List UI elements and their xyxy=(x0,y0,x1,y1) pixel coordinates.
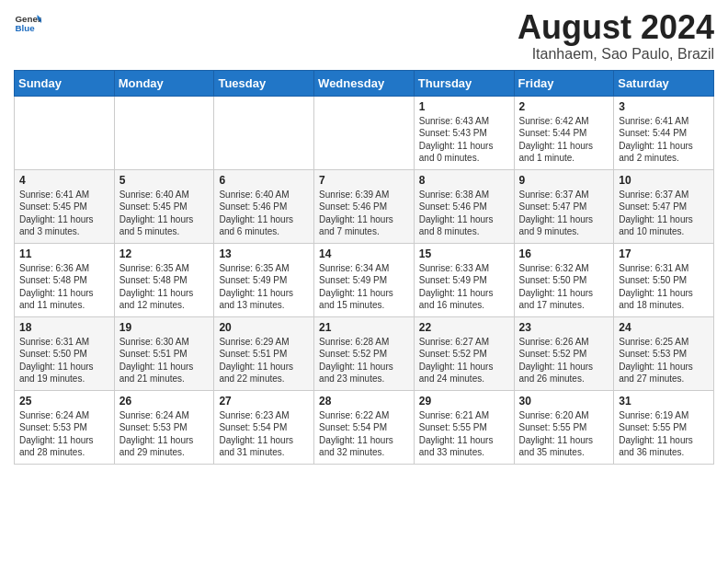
day-number: 1 xyxy=(419,100,509,113)
calendar-cell: 22Sunrise: 6:27 AMSunset: 5:52 PMDayligh… xyxy=(414,316,514,390)
day-info: Sunset: 5:47 PM xyxy=(619,201,709,213)
day-info: Daylight: 11 hours and 10 minutes. xyxy=(619,213,709,238)
calendar-cell: 8Sunrise: 6:38 AMSunset: 5:46 PMDaylight… xyxy=(414,169,514,243)
day-number: 31 xyxy=(619,395,709,408)
calendar-table: SundayMondayTuesdayWednesdayThursdayFrid… xyxy=(14,70,714,465)
day-number: 12 xyxy=(119,247,210,260)
day-info: Sunset: 5:46 PM xyxy=(319,201,409,213)
calendar-cell: 6Sunrise: 6:40 AMSunset: 5:46 PMDaylight… xyxy=(214,169,314,243)
day-info: Daylight: 11 hours and 26 minutes. xyxy=(519,361,609,385)
day-info: Daylight: 11 hours and 3 minutes. xyxy=(19,213,109,238)
day-number: 14 xyxy=(319,247,409,260)
title-block: August 2024 Itanhaem, Sao Paulo, Brazil xyxy=(518,9,714,63)
day-info: Sunrise: 6:34 AM xyxy=(319,262,409,275)
day-info: Sunrise: 6:41 AM xyxy=(619,115,709,128)
day-info: Sunrise: 6:39 AM xyxy=(319,189,409,201)
calendar-week-row: 25Sunrise: 6:24 AMSunset: 5:53 PMDayligh… xyxy=(15,390,714,464)
calendar-cell: 9Sunrise: 6:37 AMSunset: 5:47 PMDaylight… xyxy=(514,169,614,243)
day-info: Sunset: 5:52 PM xyxy=(419,348,509,361)
day-header-monday: Monday xyxy=(114,70,214,96)
day-info: Sunset: 5:49 PM xyxy=(219,274,309,287)
day-info: Sunset: 5:48 PM xyxy=(119,274,210,287)
day-info: Daylight: 11 hours and 15 minutes. xyxy=(319,287,409,312)
day-info: Sunset: 5:48 PM xyxy=(19,274,109,287)
day-info: Sunrise: 6:30 AM xyxy=(119,336,210,349)
day-info: Daylight: 11 hours and 31 minutes. xyxy=(219,434,309,459)
calendar-cell: 19Sunrise: 6:30 AMSunset: 5:51 PMDayligh… xyxy=(114,316,214,390)
day-info: Daylight: 11 hours and 36 minutes. xyxy=(619,434,709,459)
day-info: Sunrise: 6:22 AM xyxy=(319,409,409,422)
day-number: 27 xyxy=(219,395,309,408)
day-info: Sunrise: 6:33 AM xyxy=(419,262,509,275)
day-number: 13 xyxy=(219,247,309,260)
day-info: Sunrise: 6:38 AM xyxy=(419,189,509,201)
day-number: 26 xyxy=(119,395,210,408)
calendar-cell: 2Sunrise: 6:42 AMSunset: 5:44 PMDaylight… xyxy=(514,96,614,169)
day-info: Sunrise: 6:42 AM xyxy=(519,115,609,128)
day-number: 9 xyxy=(519,174,609,187)
calendar-cell: 10Sunrise: 6:37 AMSunset: 5:47 PMDayligh… xyxy=(614,169,714,243)
day-number: 22 xyxy=(419,321,509,334)
day-info: Daylight: 11 hours and 12 minutes. xyxy=(119,287,210,312)
calendar-cell: 31Sunrise: 6:19 AMSunset: 5:55 PMDayligh… xyxy=(614,390,714,464)
day-header-friday: Friday xyxy=(514,70,614,96)
day-number: 8 xyxy=(419,174,509,187)
day-number: 2 xyxy=(519,100,609,113)
day-info: Sunset: 5:47 PM xyxy=(519,201,609,213)
day-info: Sunrise: 6:43 AM xyxy=(419,115,509,128)
day-info: Daylight: 11 hours and 6 minutes. xyxy=(219,213,309,238)
day-info: Sunrise: 6:24 AM xyxy=(119,409,210,422)
day-info: Sunset: 5:54 PM xyxy=(319,421,409,434)
logo-icon: General Blue xyxy=(14,9,41,37)
calendar-cell: 15Sunrise: 6:33 AMSunset: 5:49 PMDayligh… xyxy=(414,243,514,316)
day-info: Daylight: 11 hours and 29 minutes. xyxy=(119,434,210,459)
day-info: Sunset: 5:44 PM xyxy=(519,127,609,140)
day-info: Daylight: 11 hours and 28 minutes. xyxy=(19,434,109,459)
calendar-cell: 3Sunrise: 6:41 AMSunset: 5:44 PMDaylight… xyxy=(614,96,714,169)
day-header-sunday: Sunday xyxy=(15,70,115,96)
day-number: 30 xyxy=(519,395,609,408)
calendar-cell: 16Sunrise: 6:32 AMSunset: 5:50 PMDayligh… xyxy=(514,243,614,316)
page-header: General Blue August 2024 Itanhaem, Sao P… xyxy=(14,9,714,63)
svg-text:Blue: Blue xyxy=(16,23,36,33)
day-info: Sunset: 5:53 PM xyxy=(19,421,109,434)
day-header-saturday: Saturday xyxy=(614,70,714,96)
logo: General Blue xyxy=(14,9,41,37)
calendar-cell: 23Sunrise: 6:26 AMSunset: 5:52 PMDayligh… xyxy=(514,316,614,390)
day-info: Daylight: 11 hours and 18 minutes. xyxy=(619,287,709,312)
day-info: Sunset: 5:43 PM xyxy=(419,127,509,140)
day-info: Sunset: 5:54 PM xyxy=(219,421,309,434)
calendar-cell: 4Sunrise: 6:41 AMSunset: 5:45 PMDaylight… xyxy=(15,169,115,243)
calendar-cell: 24Sunrise: 6:25 AMSunset: 5:53 PMDayligh… xyxy=(614,316,714,390)
day-info: Sunset: 5:55 PM xyxy=(619,421,709,434)
day-info: Sunrise: 6:40 AM xyxy=(219,189,309,201)
day-info: Sunrise: 6:31 AM xyxy=(19,336,109,349)
calendar-cell: 26Sunrise: 6:24 AMSunset: 5:53 PMDayligh… xyxy=(114,390,214,464)
day-number: 23 xyxy=(519,321,609,334)
calendar-cell: 30Sunrise: 6:20 AMSunset: 5:55 PMDayligh… xyxy=(514,390,614,464)
day-info: Sunset: 5:44 PM xyxy=(619,127,709,140)
day-info: Sunset: 5:46 PM xyxy=(219,201,309,213)
calendar-week-row: 1Sunrise: 6:43 AMSunset: 5:43 PMDaylight… xyxy=(15,96,714,169)
day-info: Sunset: 5:50 PM xyxy=(519,274,609,287)
day-info: Sunrise: 6:32 AM xyxy=(519,262,609,275)
calendar-week-row: 18Sunrise: 6:31 AMSunset: 5:50 PMDayligh… xyxy=(15,316,714,390)
day-info: Sunset: 5:51 PM xyxy=(219,348,309,361)
day-info: Daylight: 11 hours and 27 minutes. xyxy=(619,361,709,385)
day-info: Daylight: 11 hours and 17 minutes. xyxy=(519,287,609,312)
day-info: Sunset: 5:53 PM xyxy=(619,348,709,361)
calendar-cell: 17Sunrise: 6:31 AMSunset: 5:50 PMDayligh… xyxy=(614,243,714,316)
day-info: Sunrise: 6:24 AM xyxy=(19,409,109,422)
calendar-cell: 11Sunrise: 6:36 AMSunset: 5:48 PMDayligh… xyxy=(15,243,115,316)
day-info: Sunrise: 6:37 AM xyxy=(519,189,609,201)
day-info: Sunrise: 6:21 AM xyxy=(419,409,509,422)
calendar-cell: 20Sunrise: 6:29 AMSunset: 5:51 PMDayligh… xyxy=(214,316,314,390)
calendar-week-row: 4Sunrise: 6:41 AMSunset: 5:45 PMDaylight… xyxy=(15,169,714,243)
day-number: 21 xyxy=(319,321,409,334)
day-info: Sunrise: 6:37 AM xyxy=(619,189,709,201)
day-info: Sunrise: 6:36 AM xyxy=(19,262,109,275)
day-info: Daylight: 11 hours and 24 minutes. xyxy=(419,361,509,385)
day-info: Sunrise: 6:41 AM xyxy=(19,189,109,201)
calendar-cell: 27Sunrise: 6:23 AMSunset: 5:54 PMDayligh… xyxy=(214,390,314,464)
day-header-thursday: Thursday xyxy=(414,70,514,96)
